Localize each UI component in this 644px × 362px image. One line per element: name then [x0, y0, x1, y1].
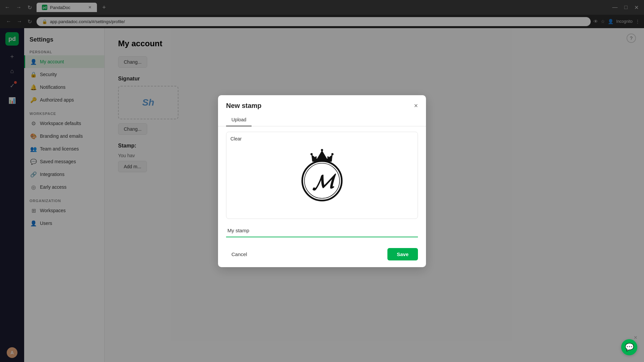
stamp-image: 𝓜 — [292, 145, 352, 205]
svg-text:𝓜: 𝓜 — [311, 170, 337, 194]
modal-overlay: New stamp × Upload Clear — [0, 0, 644, 362]
modal-footer: Cancel Save — [218, 243, 426, 267]
svg-point-0 — [311, 153, 313, 155]
modal-tabs: Upload — [218, 114, 426, 126]
clear-button[interactable]: Clear — [230, 136, 241, 141]
modal-body: Clear — [218, 126, 426, 243]
cancel-button[interactable]: Cancel — [226, 249, 253, 260]
svg-point-2 — [331, 153, 334, 155]
save-button[interactable]: Save — [387, 248, 418, 260]
chat-bubble[interactable]: 💬 — [621, 339, 637, 355]
svg-point-3 — [315, 156, 317, 158]
stamp-preview-area: Clear — [226, 132, 418, 219]
svg-point-1 — [321, 149, 323, 151]
tab-upload[interactable]: Upload — [226, 114, 252, 126]
new-stamp-modal: New stamp × Upload Clear — [218, 95, 426, 267]
modal-title: New stamp — [226, 102, 262, 110]
modal-header: New stamp × — [218, 95, 426, 110]
chat-close-button[interactable]: × — [634, 334, 637, 341]
modal-close-button[interactable]: × — [414, 102, 418, 109]
stamp-name-input[interactable] — [226, 224, 418, 237]
svg-point-4 — [327, 156, 329, 158]
